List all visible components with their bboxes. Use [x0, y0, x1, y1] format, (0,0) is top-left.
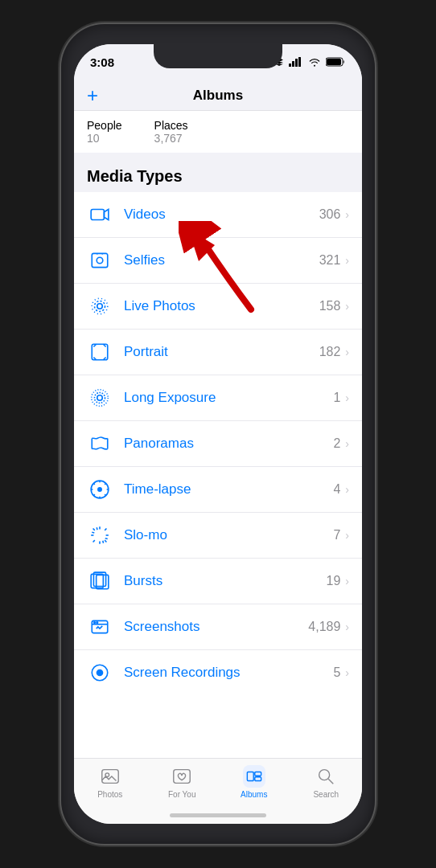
selfies-count: 321: [319, 253, 341, 268]
videos-count: 306: [319, 207, 341, 222]
list-item-screenshots[interactable]: Screenshots 4,189 ›: [74, 604, 362, 650]
svg-point-9: [97, 257, 103, 264]
slomo-count: 7: [333, 528, 340, 542]
svg-line-38: [92, 532, 94, 533]
timelapse-label: Time-lapse: [124, 481, 333, 497]
panoramas-chevron: ›: [345, 437, 349, 450]
svg-point-56: [319, 770, 330, 780]
bursts-label: Bursts: [124, 573, 327, 589]
svg-line-32: [93, 529, 95, 530]
bursts-count: 19: [327, 574, 341, 588]
svg-line-26: [93, 494, 95, 496]
tab-for-you[interactable]: For You: [146, 765, 219, 799]
slomo-icon: [87, 522, 113, 548]
svg-point-13: [97, 395, 103, 401]
page-title: Albums: [193, 88, 243, 104]
svg-rect-8: [92, 253, 108, 267]
screen-recordings-chevron: ›: [345, 666, 349, 679]
video-icon: [87, 202, 113, 227]
list-item-screen-recordings[interactable]: Screen Recordings 5 ›: [74, 650, 362, 695]
add-button[interactable]: +: [87, 84, 98, 107]
long-exposure-chevron: ›: [345, 391, 349, 404]
svg-line-36: [97, 527, 97, 530]
tab-photos[interactable]: Photos: [74, 765, 146, 799]
portrait-icon: [87, 339, 113, 365]
svg-point-44: [94, 622, 96, 624]
photos-tab-label: Photos: [97, 790, 122, 799]
list-item-slomo[interactable]: Slo-mo 7 ›: [74, 513, 362, 559]
search-tab-icon: [315, 765, 337, 788]
people-item[interactable]: People 10: [87, 119, 122, 145]
live-photos-label: Live Photos: [124, 298, 319, 314]
svg-point-27: [98, 488, 101, 491]
screen-recordings-count: 5: [333, 665, 340, 680]
tab-albums[interactable]: Albums: [218, 765, 290, 799]
list-item-live-photos[interactable]: Live Photos 158 ›: [74, 284, 362, 330]
portrait-label: Portrait: [124, 344, 319, 360]
svg-rect-53: [247, 772, 253, 781]
scroll-area: + Albums People 10 Places 3,767 Media Ty…: [74, 80, 362, 758]
long-exposure-count: 1: [333, 391, 340, 405]
status-time: 3:08: [90, 55, 114, 69]
selfie-icon: [87, 248, 113, 273]
timelapse-chevron: ›: [345, 483, 349, 496]
media-types-header: Media Types: [74, 153, 362, 192]
slomo-chevron: ›: [345, 529, 349, 542]
people-label: People: [87, 119, 122, 132]
battery-icon: [326, 57, 346, 67]
svg-point-45: [97, 622, 98, 624]
svg-line-39: [105, 538, 108, 539]
svg-point-4: [314, 65, 315, 67]
svg-rect-0: [289, 63, 291, 67]
places-item[interactable]: Places 3,767: [154, 119, 188, 145]
svg-rect-52: [174, 770, 190, 784]
svg-line-34: [105, 529, 106, 530]
timelapse-count: 4: [333, 482, 340, 497]
slomo-label: Slo-mo: [124, 527, 333, 543]
svg-point-11: [95, 301, 105, 312]
nav-bar: + Albums: [74, 80, 362, 111]
long-exposure-label: Long Exposure: [124, 390, 333, 406]
home-indicator: [170, 813, 266, 817]
videos-label: Videos: [124, 207, 319, 223]
list-item-long-exposure[interactable]: Long Exposure 1 ›: [74, 375, 362, 421]
people-places-section: People 10 Places 3,767: [74, 111, 362, 153]
long-exposure-icon: [87, 385, 113, 411]
screen-recording-icon: [87, 660, 113, 686]
tab-search[interactable]: Search: [290, 765, 363, 799]
screenshots-label: Screenshots: [124, 619, 308, 635]
screenshots-icon: [87, 614, 113, 640]
list-item-portrait[interactable]: Portrait 182 ›: [74, 330, 362, 375]
albums-tab-label: Albums: [241, 790, 267, 799]
screenshots-count: 4,189: [308, 620, 340, 634]
svg-point-47: [97, 669, 104, 677]
svg-rect-6: [327, 59, 341, 65]
svg-point-10: [97, 304, 103, 309]
list-item-videos[interactable]: Videos 306 ›: [74, 192, 362, 238]
photos-tab-icon: [99, 765, 121, 788]
panoramas-count: 2: [333, 436, 340, 451]
selfies-label: Selfies: [124, 252, 319, 268]
svg-line-35: [93, 540, 95, 542]
live-photos-icon: [87, 293, 113, 319]
wifi-icon: [308, 57, 321, 67]
places-count: 3,767: [154, 132, 188, 145]
search-tab-label: Search: [313, 790, 339, 799]
list-item-panoramas[interactable]: Panoramas 2 ›: [74, 421, 362, 467]
screen-recordings-label: Screen Recordings: [124, 665, 333, 681]
media-types-list: Videos 306 › Selfies 321 ›: [74, 192, 362, 695]
panoramas-label: Panoramas: [124, 436, 333, 452]
bursts-chevron: ›: [345, 575, 349, 588]
for-you-tab-icon: [171, 765, 193, 788]
svg-line-37: [103, 541, 104, 543]
list-item-timelapse[interactable]: Time-lapse 4 ›: [74, 467, 362, 513]
list-item-bursts[interactable]: Bursts 19 ›: [74, 559, 362, 604]
status-icons: [274, 57, 346, 67]
places-label: Places: [154, 119, 188, 132]
list-item-selfies[interactable]: Selfies 321 ›: [74, 238, 362, 284]
svg-line-33: [105, 540, 106, 542]
portrait-chevron: ›: [345, 346, 349, 358]
svg-rect-2: [295, 59, 298, 67]
svg-point-14: [95, 393, 105, 403]
signal-icon: [289, 57, 303, 67]
